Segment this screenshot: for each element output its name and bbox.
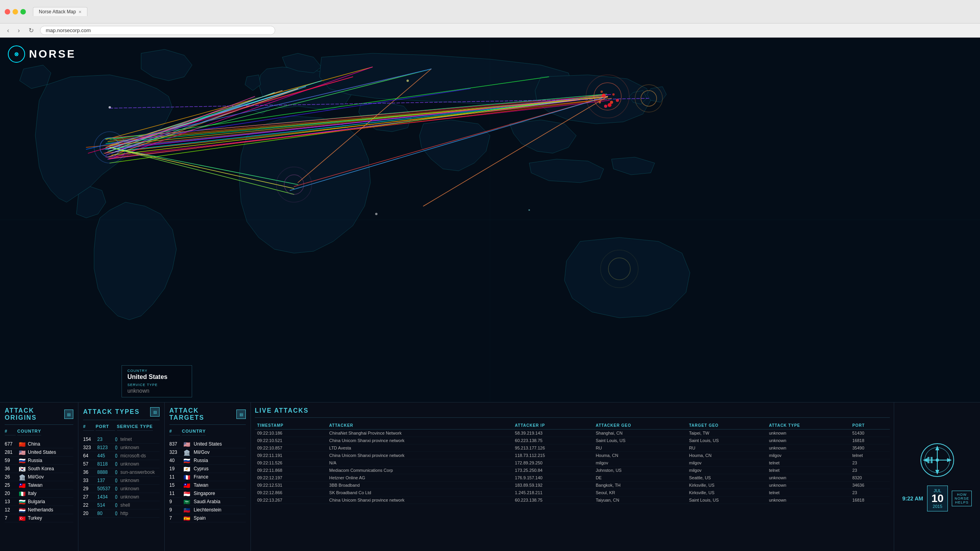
date-day: 10	[931, 493, 944, 504]
targets-rows: 837🇺🇸United States 323🏛️Mil/Gov 40🇷🇺Russ…	[169, 440, 246, 522]
list-item: 13🇧🇬Bulgaria	[5, 498, 73, 506]
date-time-display: 9:22 AM Jul 10 2015 HOW NORSE HELPS	[902, 486, 972, 511]
attacker-geo: Johnston, US	[593, 467, 687, 474]
target-geo: milgov	[687, 467, 767, 474]
attacker-ip: 58.39.219.143	[513, 430, 593, 437]
svg-point-60	[616, 99, 619, 102]
time-display: 9:22 AM	[902, 495, 923, 502]
port: 35490	[850, 444, 890, 452]
types-col-service: SERVICE TYPE	[117, 424, 153, 431]
attacker: ChinaNet Shanghai Province Network	[327, 430, 513, 437]
origins-col-num: #	[5, 429, 16, 435]
tab-bar: Norse Attack Map ✕	[33, 7, 87, 16]
tab-close-icon[interactable]: ✕	[78, 10, 82, 14]
target-geo: Taipei, TW	[687, 430, 767, 437]
list-item: 25🇹🇼Taiwan	[5, 481, 73, 489]
targets-col-headers: # COUNTRY	[169, 429, 246, 438]
attacker-geo: DE	[593, 474, 687, 482]
attack-types-panel: ATTACK TYPES ▤ # PORT SERVICE TYPE 15423…	[78, 402, 165, 551]
types-title: ATTACK TYPES	[83, 408, 140, 415]
svg-point-56	[604, 105, 607, 108]
table-row: 09:22:12.866 SK Broadband Co Ltd 1.245.2…	[255, 489, 890, 497]
right-panel: 9:22 AM Jul 10 2015 HOW NORSE HELPS	[894, 402, 980, 551]
col-port: PORT	[850, 422, 890, 430]
timestamp: 09:22:12.531	[255, 482, 327, 489]
live-attacks-body: 09:22:10.186 ChinaNet Shanghai Province …	[255, 430, 890, 504]
logo: ⊗ NORSE	[8, 45, 76, 63]
table-row: 09:22:12.197 Hetzner Online AG 176.9.157…	[255, 474, 890, 482]
col-attack-type: ATTACK TYPE	[767, 422, 850, 430]
attacker-geo: RU	[593, 444, 687, 452]
compass-svg	[920, 442, 955, 478]
timestamp: 09:22:13.267	[255, 497, 327, 504]
timestamp: 09:22:12.866	[255, 489, 327, 497]
attacker-geo: Seoul, KR	[593, 489, 687, 497]
url-bar[interactable]	[40, 26, 275, 35]
nav-back-button[interactable]: ‹	[5, 26, 11, 35]
minimize-button[interactable]	[13, 9, 18, 14]
attacker: China Unicom Shanxi province network	[327, 497, 513, 504]
list-item: 19🇨🇾Cyprus	[169, 465, 246, 473]
attacker: China Unicom Shanxi province network	[327, 452, 513, 459]
list-item: 59🇷🇺Russia	[5, 457, 73, 465]
close-button[interactable]	[5, 9, 10, 14]
maximize-button[interactable]	[20, 9, 26, 14]
svg-point-55	[599, 101, 601, 103]
list-item: 2080http	[83, 509, 160, 518]
types-header: ATTACK TYPES ▤	[83, 407, 160, 420]
timestamp: 09:22:11.868	[255, 467, 327, 474]
svg-rect-77	[927, 457, 929, 463]
list-item: 7🇹🇷Turkey	[5, 514, 73, 522]
timestamp: 09:22:12.197	[255, 474, 327, 482]
col-target-geo: TARGET GEO	[687, 422, 767, 430]
attack-type: unknown	[767, 444, 850, 452]
attack-type: unknown	[767, 482, 850, 489]
list-item: 7🇪🇸Spain	[169, 514, 246, 522]
attacker-ip: 172.89.29.250	[513, 459, 593, 467]
list-item: 281🇺🇸United States	[5, 448, 73, 457]
attacker: China Unicom Shanxi province network	[327, 437, 513, 444]
origins-rows: 677🇨🇳China 281🇺🇸United States 59🇷🇺Russia…	[5, 440, 73, 522]
live-header: LIVE ATTACKS	[255, 407, 890, 418]
port: 16818	[850, 437, 890, 444]
attacker-geo: Taiyuan, CN	[593, 497, 687, 504]
attacker-ip: 60.223.138.75	[513, 497, 593, 504]
table-row: 09:22:10.186 ChinaNet Shanghai Province …	[255, 430, 890, 437]
date-year: 2015	[931, 504, 944, 509]
logo-icon-symbol: ⊗	[14, 51, 19, 57]
list-item: 9🇱🇮Liechtenstein	[169, 506, 246, 514]
nav-refresh-button[interactable]: ↻	[26, 26, 36, 35]
list-item: 36🇰🇷South Korea	[5, 465, 73, 473]
target-info-panel: COUNTRY United States SERVICE TYPE unkno…	[122, 365, 192, 397]
logo-icon: ⊗	[8, 45, 25, 63]
port: 23	[850, 489, 890, 497]
attacker-ip: 183.89.59.192	[513, 482, 593, 489]
attacker: 3BB Broadband	[327, 482, 513, 489]
svg-rect-78	[931, 457, 933, 463]
attacker-geo: Saint Louis, US	[593, 437, 687, 444]
attack-type: milgov	[767, 452, 850, 459]
target-geo: Seattle, US	[687, 474, 767, 482]
main-content: ⊗ NORSE	[0, 38, 980, 551]
port: 51430	[850, 430, 890, 437]
tab-norse-attack-map[interactable]: Norse Attack Map ✕	[33, 7, 87, 16]
attack-origins-panel: ATTACK ORIGINS ▤ # COUNTRY 677🇨🇳China 28…	[0, 402, 78, 551]
browser-chrome: Norse Attack Map ✕	[0, 0, 980, 24]
world-map	[0, 38, 980, 402]
live-attacks-panel: LIVE ATTACKS TIMESTAMP ATTACKER ATTACKER…	[251, 402, 894, 551]
attack-targets-panel: ATTACK TARGETS ▤ # COUNTRY 837🇺🇸United S…	[165, 402, 251, 551]
target-geo: Houma, CN	[687, 452, 767, 459]
origins-header: ATTACK ORIGINS ▤	[5, 407, 73, 425]
types-col-headers: # PORT SERVICE TYPE	[83, 424, 160, 433]
table-row: 09:22:10.521 China Unicom Shanxi provinc…	[255, 437, 890, 444]
target-country-label: COUNTRY	[127, 369, 186, 373]
nav-forward-button[interactable]: ›	[15, 26, 22, 35]
list-item: 323🏛️Mil/Gov	[169, 448, 246, 457]
attacker: N/A	[327, 459, 513, 467]
how-norse-button[interactable]: HOW NORSE HELPS	[952, 491, 972, 506]
attack-type: unknown	[767, 474, 850, 482]
list-item: 22514shell	[83, 501, 160, 509]
svg-marker-73	[935, 470, 939, 475]
list-item: 2950537unknown	[83, 485, 160, 493]
target-country-value: United States	[127, 373, 186, 381]
